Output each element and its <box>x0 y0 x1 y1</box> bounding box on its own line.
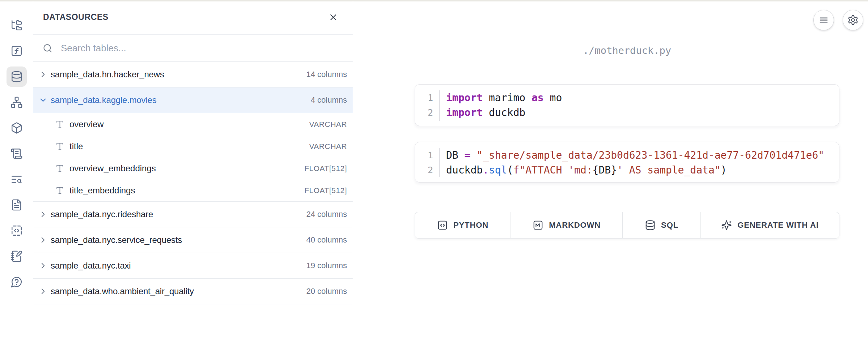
sidebar-item-datasources[interactable] <box>7 67 27 87</box>
panel-title: DATASOURCES <box>43 12 109 22</box>
column-name: title <box>69 141 83 151</box>
table-name: sample_data.nyc.service_requests <box>51 235 182 245</box>
chevron-right-icon <box>38 235 48 245</box>
table-column-count: 14 columns <box>306 70 347 79</box>
code-line: duckdb.sql(f"ATTACH 'md:{DB}' AS sample_… <box>446 163 824 177</box>
table-name: sample_data.kaggle.movies <box>51 95 157 105</box>
square-code-icon <box>10 224 23 237</box>
sidebar-item-snippets[interactable] <box>7 220 27 241</box>
notebook-pen-icon <box>10 250 23 262</box>
notebook-menu-button[interactable] <box>813 10 834 30</box>
column-row[interactable]: overviewVARCHAR <box>33 113 353 135</box>
table-row[interactable]: sample_data.who.ambient_air_quality20 co… <box>33 279 353 304</box>
sidebar-item-file-explorer[interactable] <box>7 15 27 35</box>
table-row[interactable]: sample_data.nyc.taxi19 columns <box>33 253 353 279</box>
cell-editor: import marimo as moimport duckdb <box>440 90 562 121</box>
scroll-text-icon <box>10 147 23 160</box>
close-icon <box>328 12 338 22</box>
column-type: FLOAT[512] <box>304 186 347 195</box>
column-row[interactable]: title_embeddingsFLOAT[512] <box>33 179 353 201</box>
add-cell-button-markdown[interactable]: MARKDOWN <box>511 212 623 238</box>
add-cell-button-label: MARKDOWN <box>549 220 601 230</box>
code-cell[interactable]: 12DB = "_share/sample_data/23b0d623-1361… <box>415 142 839 183</box>
chevron-right-icon <box>38 70 48 79</box>
column-name: title_embeddings <box>69 185 135 196</box>
line-number: 2 <box>415 163 439 177</box>
line-number: 1 <box>415 148 439 163</box>
table-row[interactable]: sample_data.hn.hacker_news14 columns <box>33 62 353 87</box>
line-number: 1 <box>415 90 439 105</box>
add-cell-button-label: PYTHON <box>453 220 488 230</box>
sidebar-item-dependencies[interactable] <box>7 92 27 112</box>
chevron-down-icon <box>38 95 48 105</box>
table-name: sample_data.nyc.rideshare <box>51 209 153 219</box>
m-square-icon <box>533 220 543 231</box>
sidebar-item-logs[interactable] <box>7 169 27 189</box>
chevron-right-icon <box>38 261 48 270</box>
code-cell[interactable]: 12import marimo as moimport duckdb <box>415 84 839 126</box>
add-cell-button-generate-with-ai[interactable]: GENERATE WITH AI <box>701 212 839 238</box>
sidebar-item-scratchpad[interactable] <box>7 246 27 266</box>
database-icon <box>10 70 23 83</box>
hamburger-menu-icon <box>818 14 829 26</box>
table-column-count: 40 columns <box>306 235 347 245</box>
column-type: VARCHAR <box>309 120 347 129</box>
cell-gutter: 12 <box>415 90 440 121</box>
settings-button[interactable] <box>843 10 863 30</box>
notebook-filename[interactable]: ./motherduck.py <box>415 45 839 56</box>
message-circle-question-icon <box>10 276 23 288</box>
column-type: FLOAT[512] <box>304 164 347 173</box>
column-row[interactable]: overview_embeddingsFLOAT[512] <box>33 157 353 179</box>
table-name: sample_data.hn.hacker_news <box>51 69 164 80</box>
datasources-panel: DATASOURCES sample_data.hn.hacker_news14… <box>33 0 353 360</box>
type-icon <box>55 164 64 173</box>
add-cell-button-label: SQL <box>661 220 678 230</box>
gear-icon <box>847 14 859 26</box>
column-row[interactable]: titleVARCHAR <box>33 135 353 157</box>
table-row[interactable]: sample_data.kaggle.movies4 columns <box>33 87 353 113</box>
chevron-right-icon <box>38 287 48 296</box>
line-number: 2 <box>415 105 439 120</box>
chevron-right-icon <box>38 210 48 219</box>
sidebar-item-help[interactable] <box>7 272 27 292</box>
add-cell-button-label: GENERATE WITH AI <box>737 220 819 230</box>
table-columns-group: overviewVARCHARtitleVARCHARoverview_embe… <box>33 113 353 202</box>
add-cell-toolbar: PYTHONMARKDOWNSQLGENERATE WITH AI <box>415 212 839 239</box>
sidebar-item-outline[interactable] <box>7 143 27 164</box>
table-column-count: 19 columns <box>306 261 347 270</box>
code-line: DB = "_share/sample_data/23b0d623-1361-4… <box>446 148 824 163</box>
panel-header: DATASOURCES <box>33 0 353 35</box>
table-column-count: 20 columns <box>306 287 347 296</box>
column-name: overview_embeddings <box>69 163 156 173</box>
window-top-strip <box>0 0 868 1</box>
column-name: overview <box>69 119 104 129</box>
database-icon <box>645 220 656 231</box>
table-row[interactable]: sample_data.nyc.rideshare24 columns <box>33 202 353 227</box>
column-type: VARCHAR <box>309 142 347 151</box>
activity-sidebar <box>0 0 33 360</box>
function-square-icon <box>10 45 23 57</box>
type-icon <box>55 186 64 195</box>
sidebar-item-variables[interactable] <box>7 41 27 61</box>
box-icon <box>10 122 23 134</box>
table-name: sample_data.nyc.taxi <box>51 261 131 271</box>
table-row[interactable]: sample_data.nyc.service_requests40 colum… <box>33 227 353 253</box>
text-search-icon <box>10 173 23 185</box>
network-icon <box>10 96 23 108</box>
sidebar-item-documentation[interactable] <box>7 195 27 215</box>
search-tables-input[interactable] <box>60 42 343 54</box>
type-icon <box>55 142 64 151</box>
code-line: import marimo as mo <box>446 90 562 105</box>
add-cell-button-python[interactable]: PYTHON <box>415 212 511 238</box>
table-column-count: 4 columns <box>311 95 347 105</box>
close-panel-button[interactable] <box>328 12 338 22</box>
search-icon <box>43 43 52 53</box>
folder-tree-icon <box>10 19 23 31</box>
cell-gutter: 12 <box>415 148 440 177</box>
sparkles-icon <box>721 220 732 231</box>
table-name: sample_data.who.ambient_air_quality <box>51 286 194 296</box>
add-cell-button-sql[interactable]: SQL <box>623 212 701 238</box>
table-column-count: 24 columns <box>306 210 347 219</box>
sidebar-item-packages[interactable] <box>7 118 27 138</box>
code-line: import duckdb <box>446 105 562 120</box>
